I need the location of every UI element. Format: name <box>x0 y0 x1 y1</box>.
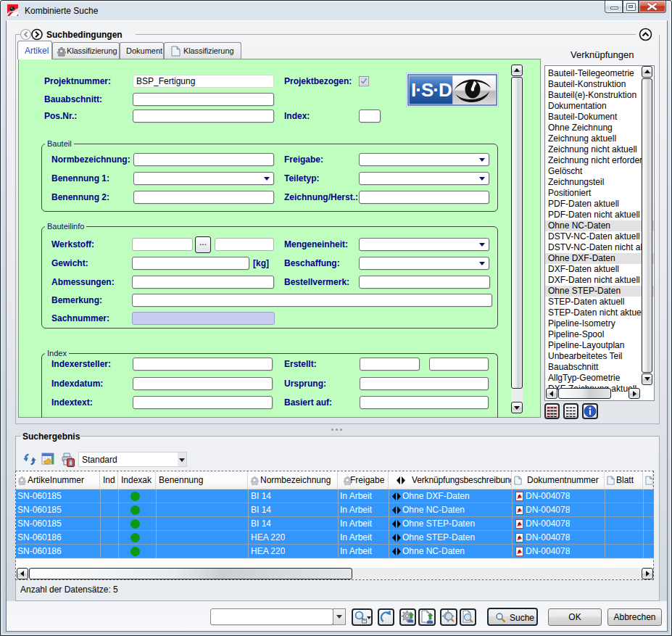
svg-text:I·S·D: I·S·D <box>411 79 452 101</box>
